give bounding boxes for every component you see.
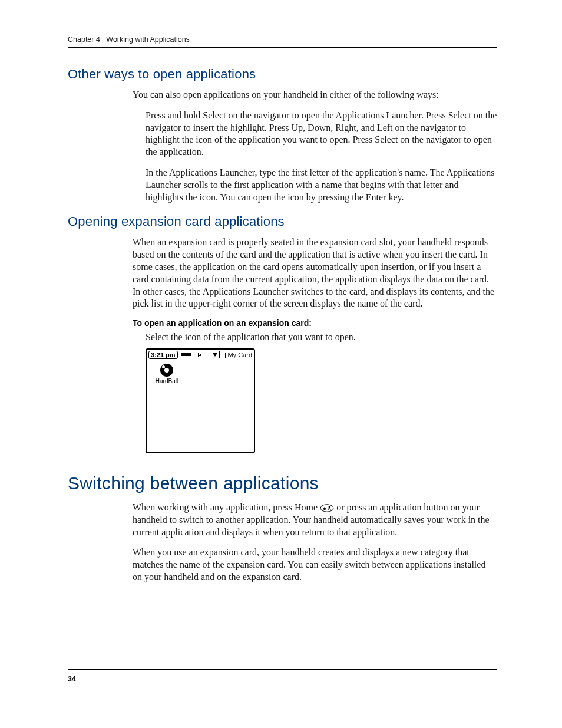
launcher-screenshot: 3:21 pm My Card HardBall [146, 348, 255, 453]
section1-intro: You can also open applications on your h… [133, 89, 497, 101]
section2-para1: When an expansion card is properly seate… [133, 236, 497, 310]
dropdown-icon [213, 353, 217, 357]
section3-para2: When you use an expansion card, your han… [133, 546, 497, 583]
heading-other-ways: Other ways to open applications [68, 67, 497, 82]
section2-body: When an expansion card is properly seate… [133, 236, 497, 453]
svg-point-2 [329, 506, 330, 508]
page-number: 34 [68, 675, 76, 683]
battery-icon [181, 353, 201, 357]
footer: 34 [68, 669, 497, 684]
home-icon [320, 504, 334, 512]
section1-body: You can also open applications on your h… [133, 89, 497, 203]
chapter-label: Chapter 4 [68, 35, 100, 44]
section3-para1a: When working with any application, press… [133, 502, 320, 512]
page: Chapter 4 Working with Applications Othe… [0, 0, 562, 728]
launcher-topbar: 3:21 pm My Card [147, 350, 254, 360]
procedure-heading: To open an application on an expansion c… [133, 318, 497, 328]
app-hardball: HardBall [150, 364, 183, 384]
section1-para1: Press and hold Select on the navigator t… [146, 110, 497, 159]
chapter-title: Working with Applications [106, 35, 190, 44]
category-label: My Card [227, 351, 252, 358]
hardball-icon [160, 364, 173, 377]
svg-point-0 [320, 505, 333, 512]
section1-para2: In the Applications Launcher, type the f… [146, 167, 497, 203]
section3-body: When working with any application, press… [133, 502, 497, 584]
footer-rule [68, 669, 497, 670]
clock-display: 3:21 pm [148, 351, 178, 359]
heading-switching: Switching between applications [68, 473, 497, 493]
app-label: HardBall [150, 378, 183, 384]
procedure-step: Select the icon of the application that … [146, 331, 497, 344]
header-rule [68, 47, 497, 48]
svg-rect-1 [324, 509, 326, 510]
card-icon [219, 351, 226, 358]
heading-expansion-card: Opening expansion card applications [68, 214, 497, 229]
section3-para1: When working with any application, press… [133, 502, 497, 538]
running-header: Chapter 4 Working with Applications [68, 35, 497, 47]
